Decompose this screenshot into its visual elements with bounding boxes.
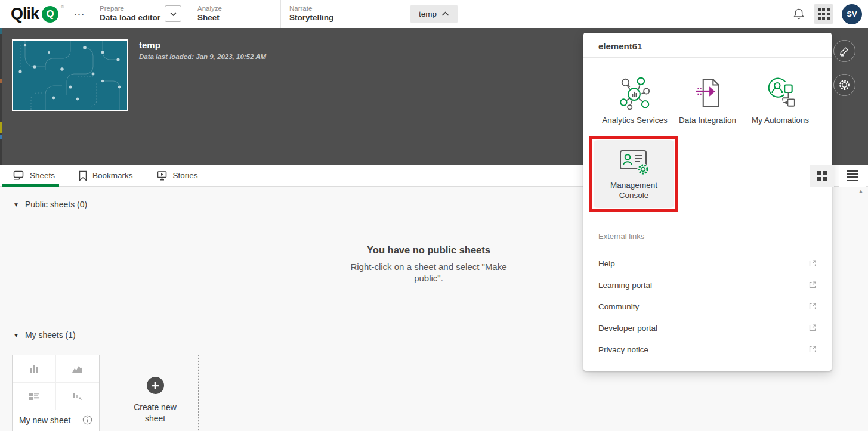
external-link-icon: [808, 324, 817, 332]
section-title: Public sheets (0): [25, 200, 87, 209]
list-view-icon: [847, 170, 858, 182]
sheets-icon: [13, 170, 24, 181]
link-developer-portal[interactable]: Developer portal: [598, 322, 817, 334]
external-link-icon: [808, 281, 817, 289]
app-title: temp: [139, 40, 160, 50]
service-management-console[interactable]: Management Console: [594, 140, 674, 208]
top-navigation-bar: Qlik Q ® ⋯ Prepare Data load editor Anal…: [0, 0, 868, 28]
tab-label: Sheets: [30, 171, 55, 180]
section-title: My sheets (1): [25, 330, 76, 340]
app-thumbnail[interactable]: [12, 39, 128, 111]
bookmark-icon: [79, 170, 87, 181]
service-label: Data Integration: [679, 116, 736, 125]
app-launcher-panel: element61 Analytics Services: [583, 33, 832, 371]
link-label: Privacy notice: [598, 345, 648, 354]
edit-sheet-button[interactable]: [833, 40, 855, 62]
analytics-services-icon: [617, 76, 652, 110]
service-label: Analytics Services: [602, 116, 668, 125]
service-my-automations[interactable]: My Automations: [745, 76, 816, 125]
data-last-loaded-text: Data last loaded: Jan 9, 2023, 10:52 AM: [139, 53, 266, 60]
service-data-integration[interactable]: Data Integration: [672, 76, 743, 125]
nav-analyze[interactable]: Analyze Sheet: [189, 0, 280, 28]
info-icon[interactable]: [82, 415, 92, 425]
scroll-top-arrow-icon[interactable]: ▲: [858, 188, 864, 194]
more-menu-icon[interactable]: ⋯: [73, 7, 85, 21]
qlik-logo-q-icon: Q: [42, 6, 58, 23]
topbar-right-actions: SV: [792, 0, 862, 28]
sheet-card-footer: My new sheet: [13, 410, 99, 430]
data-integration-icon: [690, 76, 725, 110]
notifications-bell-icon[interactable]: [792, 7, 805, 21]
kpi-grid-icon: [29, 392, 39, 401]
logo-area: Qlik Q ® ⋯: [0, 0, 91, 28]
distribution-chart-icon: [72, 392, 84, 401]
nav-section-label: Analyze: [197, 4, 280, 13]
sheet-card-my-new-sheet[interactable]: My new sheet: [12, 355, 100, 431]
my-sheets-section-header[interactable]: ▼ My sheets (1): [13, 330, 76, 340]
my-automations-icon: [763, 76, 798, 110]
sheet-name: My new sheet: [19, 416, 70, 425]
collapse-triangle-icon[interactable]: ▼: [13, 332, 19, 339]
link-label: Community: [598, 302, 639, 311]
link-privacy-notice[interactable]: Privacy notice: [598, 343, 817, 355]
link-learning-portal[interactable]: Learning portal: [598, 279, 817, 291]
tenant-name: element61: [583, 33, 832, 57]
chevron-down-icon: [169, 10, 178, 18]
app-switcher-button[interactable]: temp: [410, 5, 458, 23]
management-console-label-line1: Management: [610, 180, 657, 190]
tab-bookmarks[interactable]: Bookmarks: [79, 165, 133, 186]
external-link-icon: [808, 302, 817, 311]
external-link-icon: [808, 345, 817, 354]
tab-label: Bookmarks: [92, 171, 133, 180]
prepare-dropdown-button[interactable]: [165, 5, 181, 22]
tab-label: Stories: [173, 171, 198, 180]
link-label: Developer portal: [598, 324, 657, 333]
grid-view-icon: [817, 171, 827, 181]
link-label: Learning portal: [598, 281, 652, 290]
sheet-thumbnail-grid: [13, 355, 99, 410]
nav-item-label[interactable]: Sheet: [197, 13, 280, 23]
create-new-sheet-button[interactable]: Create new sheet: [112, 355, 199, 431]
qlik-logo: Qlik: [11, 5, 39, 23]
nav-section-label: Narrate: [289, 4, 376, 13]
user-avatar[interactable]: SV: [842, 4, 862, 24]
grid-view-toggle[interactable]: [810, 165, 834, 187]
service-analytics-services[interactable]: Analytics Services: [599, 76, 671, 125]
app-options-button[interactable]: [833, 74, 855, 96]
registered-mark: ®: [61, 5, 64, 9]
create-label-line1: Create new: [134, 402, 177, 413]
tab-stories[interactable]: Stories: [157, 165, 198, 186]
create-label-line2: sheet: [145, 413, 165, 424]
left-edge-strip: [0, 28, 2, 165]
pencil-icon: [839, 45, 850, 57]
external-link-icon: [808, 259, 817, 268]
list-view-toggle[interactable]: [839, 165, 866, 187]
story-icon: [157, 170, 168, 181]
waffle-grid-icon: [818, 8, 830, 20]
link-label: Help: [598, 259, 615, 268]
collapse-triangle-icon[interactable]: ▼: [13, 201, 19, 208]
nav-prepare[interactable]: Prepare Data load editor: [91, 0, 189, 28]
nav-item-label[interactable]: Storytelling: [289, 13, 376, 23]
public-sheets-section-header[interactable]: ▼ Public sheets (0): [13, 200, 87, 209]
nav-narrate[interactable]: Narrate Storytelling: [280, 0, 376, 28]
plus-icon: [147, 377, 164, 394]
panel-divider: [583, 224, 832, 224]
app-launcher-button[interactable]: [814, 4, 833, 24]
management-console-label-line2: Console: [610, 190, 657, 200]
nav-divider: [376, 0, 376, 28]
area-chart-icon: [71, 365, 84, 373]
link-community[interactable]: Community: [598, 300, 817, 312]
gear-icon: [838, 79, 851, 91]
link-help[interactable]: Help: [598, 258, 817, 269]
app-switcher-label: temp: [419, 10, 437, 18]
services-row: Analytics Services Data Integration: [583, 58, 832, 125]
external-links-header: External links: [598, 232, 644, 241]
tab-sheets[interactable]: Sheets: [13, 165, 55, 186]
management-console-icon: [617, 148, 651, 176]
service-label: My Automations: [752, 116, 809, 125]
chevron-up-icon: [441, 11, 449, 17]
bar-chart-icon: [28, 364, 40, 373]
management-console-highlight-box: Management Console: [589, 136, 678, 212]
